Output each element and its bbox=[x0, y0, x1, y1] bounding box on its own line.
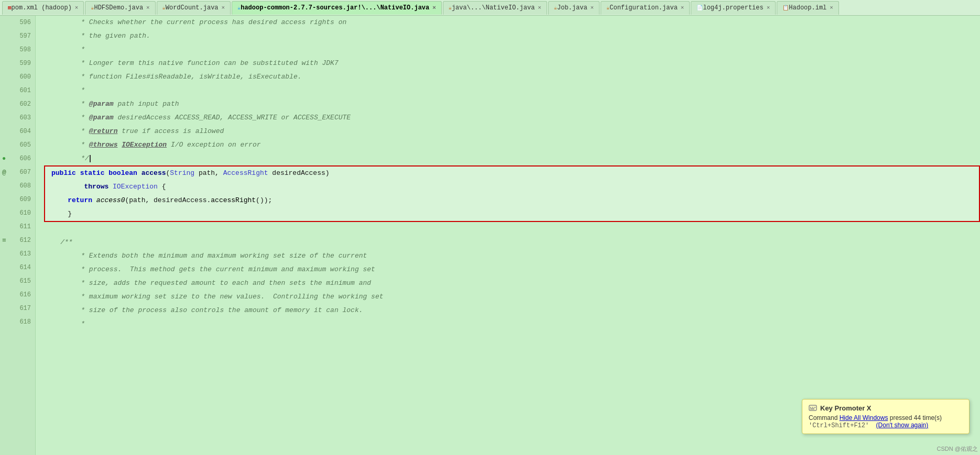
code-line-610: } bbox=[49, 207, 975, 221]
tab-nativeio-jar[interactable]: ☕ hadoop-common-2.7.7-sources.jar!\...\N… bbox=[232, 1, 442, 15]
key-promoter-body-suffix: pressed 44 time(s) bbox=[888, 414, 942, 421]
tab-hadoop-iml[interactable]: 📋 Hadoop.iml × bbox=[777, 1, 839, 15]
code-line-611 bbox=[42, 222, 980, 236]
line-num-615: 615 bbox=[19, 278, 31, 285]
line-num-597: 597 bbox=[19, 32, 31, 40]
key-promoter-popup: Key Promoter X Command Hide All Windows … bbox=[802, 399, 970, 434]
gutter-row-602: 602 bbox=[0, 97, 35, 111]
tab-close-nativeio-jar[interactable]: × bbox=[432, 5, 436, 11]
line-num-605: 605 bbox=[19, 141, 31, 149]
gutter-row-599: 599 bbox=[0, 57, 35, 70]
tab-close-pom[interactable]: × bbox=[75, 5, 79, 11]
green-dot-icon-606: ● bbox=[2, 155, 6, 162]
line-num-612: 612 bbox=[19, 237, 31, 244]
key-promoter-body: Command Hide All Windows pressed 44 time… bbox=[809, 414, 963, 429]
tab-label-nativeio: java\...\NativeIO.java bbox=[452, 4, 535, 12]
tab-hdfs[interactable]: ☕ HDFSDemo.java × bbox=[85, 1, 155, 15]
code-line-606: */ bbox=[42, 152, 980, 165]
gutter-row-596: 596 bbox=[0, 16, 35, 29]
code-line-618: * bbox=[42, 317, 980, 331]
csdn-watermark: CSDN @佑观之 bbox=[937, 445, 978, 453]
line-num-613: 613 bbox=[19, 250, 31, 258]
gutter-row-612: ≡ 612 bbox=[0, 234, 35, 247]
gutter-row-603: 603 bbox=[0, 111, 35, 125]
line-num-618: 618 bbox=[19, 318, 31, 326]
tab-job[interactable]: ☕ Job.java × bbox=[548, 1, 600, 15]
tab-close-configuration[interactable]: × bbox=[681, 5, 684, 11]
code-line-602: * @param path input path bbox=[42, 97, 980, 111]
code-text-596: * Checks whether the current process has… bbox=[44, 16, 346, 29]
key-promoter-dont-show-link[interactable]: (Don't show again) bbox=[876, 421, 929, 429]
line-number-gutter: 596 597 598 599 600 601 602 603 bbox=[0, 16, 36, 455]
tab-label-hdfs: HDFSDemo.java bbox=[94, 4, 143, 12]
code-func-access0: access0 bbox=[96, 194, 125, 207]
tab-log4j[interactable]: 📄 log4j.properties × bbox=[691, 1, 776, 15]
code-line-596: * Checks whether the current process has… bbox=[42, 16, 980, 29]
key-promoter-command-link[interactable]: Hide All Windows bbox=[840, 414, 888, 421]
code-text-617: * size of the process also controls the … bbox=[44, 304, 363, 317]
svg-rect-3 bbox=[814, 407, 815, 408]
highlight-block-container: public static boolean access(String path… bbox=[42, 165, 980, 222]
gutter-row-601: 601 bbox=[0, 84, 35, 97]
code-line-615: * size, adds the requested amount to eac… bbox=[42, 276, 980, 290]
line-num-616: 616 bbox=[19, 291, 31, 298]
code-text-618: * bbox=[44, 317, 85, 331]
code-type-ioexception: IOException bbox=[113, 180, 158, 194]
line-num-606: 606 bbox=[19, 155, 31, 162]
tab-close-log4j[interactable]: × bbox=[767, 5, 770, 11]
tab-nativeio[interactable]: ☕ java\...\NativeIO.java × bbox=[443, 1, 547, 15]
gutter-row-616: 616 bbox=[0, 288, 35, 302]
code-line-601: * bbox=[42, 84, 980, 97]
key-promoter-title-text: Key Promoter X bbox=[820, 404, 872, 412]
code-func-access: access bbox=[141, 167, 166, 180]
code-text-612: /** bbox=[44, 236, 73, 249]
code-line-607: public static boolean access(String path… bbox=[49, 167, 975, 180]
tab-pom[interactable]: m pom.xml (hadoop) × bbox=[2, 1, 84, 15]
code-text-603: * @param desiredAccess ACCESS_READ, ACCE… bbox=[44, 111, 351, 125]
at-sign-icon-607: @ bbox=[2, 169, 6, 176]
line-num-611: 611 bbox=[19, 223, 31, 230]
code-content[interactable]: * Checks whether the current process has… bbox=[36, 16, 980, 455]
tab-icon-log4j: 📄 bbox=[696, 5, 703, 11]
tab-wordcount[interactable]: ☕ WordCount.java × bbox=[157, 1, 231, 15]
code-keyword-static: static bbox=[80, 167, 105, 180]
tab-configuration[interactable]: ☕ Configuration.java × bbox=[601, 1, 690, 15]
tab-label-wordcount: WordCount.java bbox=[166, 4, 219, 12]
gutter-row-610: 610 bbox=[0, 206, 35, 220]
code-line-613: * Extends both the minimum and maximum w… bbox=[42, 249, 980, 263]
code-text-598: * bbox=[44, 43, 85, 57]
code-line-605: * @throws IOException I/O exception on e… bbox=[42, 138, 980, 152]
tab-bar: m pom.xml (hadoop) × ☕ HDFSDemo.java × ☕… bbox=[0, 0, 980, 16]
line-num-608: 608 bbox=[19, 182, 31, 190]
gutter-row-606: ● 606 bbox=[0, 152, 35, 165]
line-num-601: 601 bbox=[19, 87, 31, 94]
code-keyword-boolean: boolean bbox=[108, 167, 137, 180]
code-text-606: */ bbox=[44, 152, 89, 165]
tab-close-job[interactable]: × bbox=[591, 5, 594, 11]
code-text-602: * @param path input path bbox=[44, 97, 179, 111]
tab-close-nativeio[interactable]: × bbox=[538, 5, 541, 11]
line-num-602: 602 bbox=[19, 101, 31, 108]
code-line-608: throws IOException { bbox=[49, 180, 975, 194]
highlight-block: public static boolean access(String path… bbox=[44, 165, 980, 222]
code-method-accessright: accessRight bbox=[211, 194, 256, 207]
gutter-row-597: 597 bbox=[0, 29, 35, 43]
gutter-row-608: 608 bbox=[0, 179, 35, 193]
gutter-row-600: 600 bbox=[0, 70, 35, 84]
gutter-row-614: 614 bbox=[0, 261, 35, 274]
gutter-row-598: 598 bbox=[0, 43, 35, 57]
code-line-598: * bbox=[42, 43, 980, 57]
tab-close-hadoop-iml[interactable]: × bbox=[830, 5, 833, 11]
line-num-604: 604 bbox=[19, 128, 31, 135]
code-line-609: return access0(path, desiredAccess.acces… bbox=[49, 194, 975, 207]
tab-close-hdfs[interactable]: × bbox=[146, 5, 150, 11]
gutter-row-605: 605 bbox=[0, 138, 35, 152]
code-keyword-throws: throws bbox=[84, 180, 108, 194]
tab-label-log4j: log4j.properties bbox=[703, 4, 763, 12]
tab-close-wordcount[interactable]: × bbox=[222, 5, 225, 11]
gutter-row-604: 604 bbox=[0, 125, 35, 138]
gutter-row-611: 611 bbox=[0, 220, 35, 234]
svg-rect-4 bbox=[810, 408, 814, 409]
gutter-row-613: 613 bbox=[0, 247, 35, 261]
gutter-row-618: 618 bbox=[0, 315, 35, 329]
